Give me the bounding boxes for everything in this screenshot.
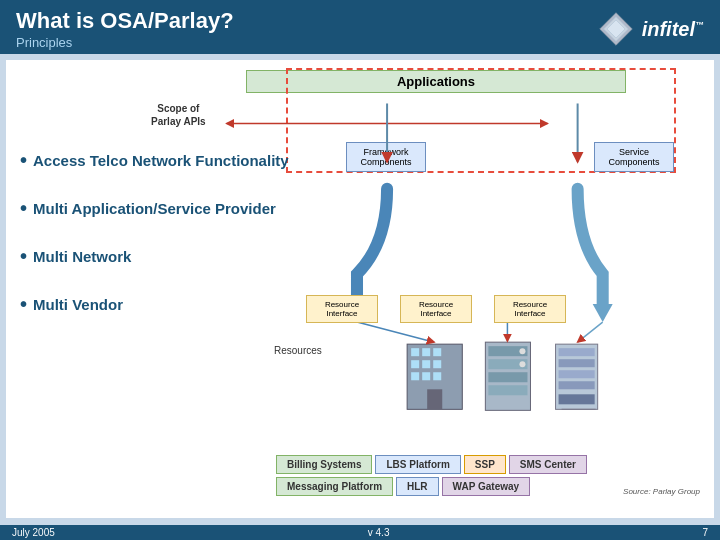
- svg-rect-17: [433, 372, 441, 380]
- bullet-dot-3: •: [20, 246, 27, 266]
- bullet-item-4: • Multi Vendor: [20, 294, 289, 314]
- svg-rect-16: [422, 372, 430, 380]
- svg-rect-11: [433, 348, 441, 356]
- logo-area: infitel™: [598, 11, 704, 47]
- billing-systems-box: Billing Systems: [276, 455, 372, 474]
- bullet-item-1: • Access Telco Network Functionality: [20, 150, 289, 170]
- hlr-box: HLR: [396, 477, 439, 496]
- bottom-platform-row-2: Messaging Platform HLR WAP Gateway: [276, 477, 530, 496]
- svg-rect-23: [488, 385, 527, 395]
- resource-interface-2: ResourceInterface: [400, 295, 472, 323]
- service-components-box: Service Components: [594, 142, 674, 172]
- resource-interface-3: ResourceInterface: [494, 295, 566, 323]
- svg-point-25: [519, 361, 525, 367]
- svg-point-24: [519, 348, 525, 354]
- logo-tm: ™: [695, 20, 704, 30]
- footer: July 2005 v 4.3 7: [0, 525, 720, 540]
- lbs-platform-box: LBS Platform: [375, 455, 460, 474]
- bullet-list: • Access Telco Network Functionality • M…: [20, 150, 289, 342]
- svg-rect-31: [559, 394, 595, 404]
- svg-rect-12: [411, 360, 419, 368]
- svg-rect-20: [488, 346, 527, 356]
- svg-rect-28: [559, 359, 595, 367]
- svg-rect-30: [559, 381, 595, 389]
- svg-rect-9: [411, 348, 419, 356]
- svg-line-33: [357, 322, 434, 342]
- header: What is OSA/Parlay? Principles infitel™: [0, 0, 720, 54]
- svg-rect-15: [411, 372, 419, 380]
- bullet-text-3: Multi Network: [33, 248, 131, 265]
- bottom-platform-row-1: Billing Systems LBS Platform SSP SMS Cen…: [276, 455, 587, 474]
- svg-rect-19: [485, 342, 530, 410]
- svg-marker-7: [593, 304, 613, 322]
- footer-version: v 4.3: [368, 527, 390, 538]
- scope-label: Scope of Parlay APIs: [151, 102, 206, 128]
- svg-rect-22: [488, 372, 527, 382]
- main-content: Applications Scope of Parlay APIs Framew…: [6, 60, 714, 518]
- svg-rect-26: [556, 344, 598, 409]
- bullet-item-2: • Multi Application/Service Provider: [20, 198, 289, 218]
- logo-text: infitel™: [642, 18, 704, 41]
- bullet-dot-4: •: [20, 294, 27, 314]
- source-note: Source: Parlay Group: [623, 487, 700, 496]
- sms-center-box: SMS Center: [509, 455, 587, 474]
- resources-label: Resources: [274, 345, 322, 356]
- svg-rect-8: [407, 344, 462, 409]
- messaging-platform-box: Messaging Platform: [276, 477, 393, 496]
- resource-interface-row: ResourceInterface ResourceInterface Reso…: [306, 295, 566, 323]
- svg-rect-13: [422, 360, 430, 368]
- ssp-box: SSP: [464, 455, 506, 474]
- svg-rect-18: [427, 389, 442, 409]
- svg-line-35: [578, 322, 603, 342]
- bullet-dot-1: •: [20, 150, 27, 170]
- bullet-dot-2: •: [20, 198, 27, 218]
- bullet-item-3: • Multi Network: [20, 246, 289, 266]
- bullet-text-1: Access Telco Network Functionality: [33, 152, 289, 169]
- bullet-text-2: Multi Application/Service Provider: [33, 200, 276, 217]
- resource-interface-1: ResourceInterface: [306, 295, 378, 323]
- page-subtitle: Principles: [16, 35, 234, 50]
- framework-components-box: Framework Components: [346, 142, 426, 172]
- header-text-group: What is OSA/Parlay? Principles: [16, 8, 234, 50]
- wap-gateway-box: WAP Gateway: [442, 477, 531, 496]
- logo-diamond-icon: [598, 11, 634, 47]
- svg-rect-10: [422, 348, 430, 356]
- footer-date: July 2005: [12, 527, 55, 538]
- footer-page: 7: [702, 527, 708, 538]
- applications-box: Applications: [246, 70, 626, 93]
- svg-rect-27: [559, 348, 595, 356]
- svg-rect-14: [433, 360, 441, 368]
- svg-rect-29: [559, 370, 595, 378]
- bullet-text-4: Multi Vendor: [33, 296, 123, 313]
- page-title: What is OSA/Parlay?: [16, 8, 234, 34]
- svg-rect-21: [488, 359, 527, 369]
